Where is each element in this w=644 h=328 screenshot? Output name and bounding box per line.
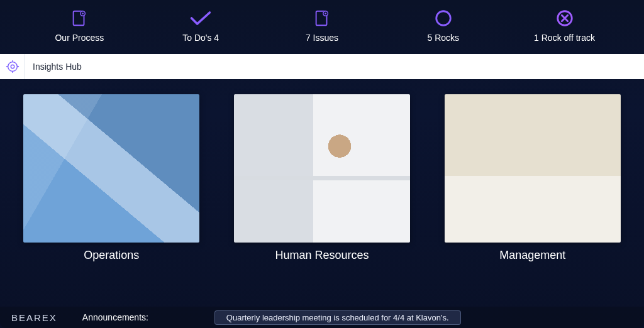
nav-todos[interactable]: To Do's 4: [157, 9, 245, 43]
nav-rocks[interactable]: 5 Rocks: [399, 9, 487, 43]
card-thumb: [445, 94, 621, 243]
card-thumb: [234, 94, 410, 243]
nav-label: Our Process: [55, 33, 104, 43]
announcements-label: Announcements:: [82, 312, 189, 322]
announcement-pill[interactable]: Quarterly leadership meeting is schedule…: [214, 310, 461, 325]
x-ring-icon: [553, 9, 576, 28]
announcement-wrap: Quarterly leadership meeting is schedule…: [214, 310, 633, 325]
brand-logo: BEAREX: [11, 312, 57, 323]
insights-bar: [0, 54, 644, 79]
gear-target-icon[interactable]: [0, 54, 25, 79]
insights-input[interactable]: [25, 54, 644, 79]
card-title: Operations: [84, 249, 139, 262]
nav-our-process[interactable]: Our Process: [35, 9, 123, 43]
nav-issues[interactable]: 7 Issues: [278, 9, 366, 43]
svg-point-3: [82, 13, 84, 14]
footer-ticker: BEAREX Announcements: Quarterly leadersh…: [0, 307, 644, 328]
nav-label: To Do's 4: [182, 33, 219, 43]
nav-label: 5 Rocks: [427, 33, 459, 43]
card-management[interactable]: Management: [440, 94, 625, 262]
card-operations[interactable]: Operations: [19, 94, 204, 262]
svg-point-17: [8, 62, 17, 72]
clipboard-gear-icon: [311, 9, 333, 28]
card-title: Management: [499, 249, 565, 262]
nav-rock-off-track[interactable]: 1 Rock off track: [521, 9, 609, 43]
checkmark-icon: [189, 9, 212, 28]
card-row: Operations Human Resources Management: [0, 94, 644, 262]
top-nav: Our Process To Do's 4 7 Issues: [0, 0, 644, 54]
nav-label: 7 Issues: [306, 33, 338, 43]
card-title: Human Resources: [275, 249, 369, 262]
card-human-resources[interactable]: Human Resources: [230, 94, 415, 262]
card-thumb: [23, 94, 199, 243]
nav-label: 1 Rock off track: [534, 33, 595, 43]
svg-point-10: [325, 13, 326, 14]
svg-point-18: [11, 65, 14, 68]
ring-icon: [432, 9, 455, 28]
clipboard-gear-icon: [68, 9, 91, 28]
